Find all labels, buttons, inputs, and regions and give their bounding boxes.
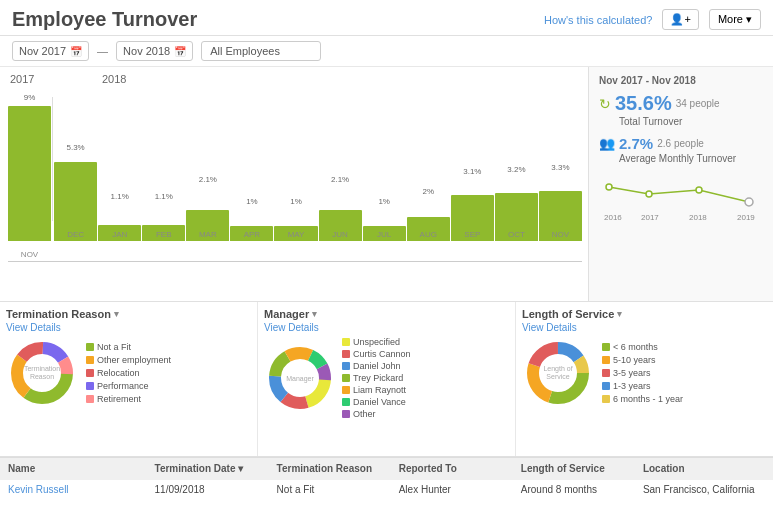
manager-view-details[interactable]: View Details bbox=[264, 322, 509, 333]
stats-panel: Nov 2017 - Nov 2018 ↻ 35.6% 34 people To… bbox=[588, 67, 773, 301]
termination-reason-content: TerminationReason Not a Fit Other employ… bbox=[6, 337, 251, 409]
refresh-icon: ↻ bbox=[599, 96, 611, 112]
charts-row: Termination Reason ▾ View Details Termin… bbox=[0, 302, 773, 457]
year-2017-label: 2017 bbox=[10, 73, 102, 85]
legend-curtis: Curtis Cannon bbox=[342, 349, 411, 359]
bar-label-jun: 2.1% bbox=[319, 175, 362, 184]
filters-bar: Nov 2017 📅 — Nov 2018 📅 All Employees bbox=[0, 36, 773, 67]
bar-col-nov-2018: 3.3% NOV bbox=[539, 97, 582, 241]
total-people: 34 people bbox=[676, 98, 720, 109]
col-header-name: Name bbox=[8, 463, 155, 474]
svg-point-3 bbox=[745, 198, 753, 206]
bar-label-jul: 1% bbox=[363, 197, 406, 206]
bar-month-may: MAY bbox=[288, 230, 305, 239]
date-range-separator: — bbox=[97, 45, 108, 57]
bar-col-jul: 1% JUL bbox=[363, 97, 406, 241]
page-title: Employee Turnover bbox=[12, 8, 197, 31]
trend-svg: 2016 2017 2018 2019 bbox=[599, 172, 759, 222]
svg-point-0 bbox=[606, 184, 612, 190]
table-header: Name Termination Date ▾ Termination Reas… bbox=[0, 457, 773, 479]
termination-reason-panel: Termination Reason ▾ View Details Termin… bbox=[0, 302, 258, 456]
more-button[interactable]: More ▾ bbox=[709, 9, 761, 30]
trend-chart: 2016 2017 2018 2019 bbox=[599, 172, 763, 225]
bar-col-may: 1% MAY bbox=[274, 97, 317, 241]
termination-reason-title: Termination Reason ▾ bbox=[6, 308, 251, 320]
cell-date: 11/09/2018 bbox=[155, 484, 277, 495]
bar-chart: 9% NOV 5.3% DEC 1.1% JAN 1.1% bbox=[8, 87, 582, 262]
legend-item-not-a-fit: Not a Fit bbox=[86, 342, 171, 352]
manager-title: Manager ▾ bbox=[264, 308, 509, 320]
manager-content: Manager Unspecified Curtis Cannon Daniel… bbox=[264, 337, 509, 419]
bar-label-nov-2018: 3.3% bbox=[539, 163, 582, 172]
bar-col-oct: 3.2% OCT bbox=[495, 97, 538, 241]
col-header-reported-to: Reported To bbox=[399, 463, 521, 474]
col-header-termination-date[interactable]: Termination Date ▾ bbox=[155, 463, 277, 474]
bar-label-mar: 2.1% bbox=[186, 175, 229, 184]
year-divider bbox=[52, 97, 53, 221]
length-of-service-donut-label: Length ofService bbox=[543, 365, 572, 382]
bar-month-jan: JAN bbox=[112, 230, 127, 239]
date-to-input[interactable]: Nov 2018 📅 bbox=[116, 41, 193, 61]
length-of-service-arrow-icon: ▾ bbox=[617, 309, 622, 319]
bar-chart-area: 2017 2018 9% NOV 5.3% DEC bbox=[0, 67, 588, 301]
legend-item-performance: Performance bbox=[86, 381, 171, 391]
manager-donut-label: Manager bbox=[286, 375, 314, 382]
termination-reason-donut-label: TerminationReason bbox=[24, 365, 60, 382]
svg-text:2018: 2018 bbox=[689, 213, 707, 222]
add-button[interactable]: 👤+ bbox=[662, 9, 698, 30]
legend-other: Other bbox=[342, 409, 411, 419]
bar-month-dec-2017: DEC bbox=[67, 230, 84, 239]
cell-reported-to: Alex Hunter bbox=[399, 484, 521, 495]
how-calculated-link[interactable]: How's this calculated? bbox=[544, 14, 653, 26]
legend-1-3y: 1-3 years bbox=[602, 381, 683, 391]
length-of-service-title: Length of Service ▾ bbox=[522, 308, 767, 320]
length-of-service-donut: Length ofService bbox=[522, 337, 594, 409]
svg-text:2016: 2016 bbox=[604, 213, 622, 222]
bar-col-mar: 2.1% MAR bbox=[186, 97, 229, 241]
person-add-icon: 👤+ bbox=[670, 13, 690, 25]
cell-name[interactable]: Kevin Russell bbox=[8, 484, 155, 495]
length-of-service-content: Length ofService < 6 months 5-10 years 3… bbox=[522, 337, 767, 409]
svg-text:2017: 2017 bbox=[641, 213, 659, 222]
col-header-location: Location bbox=[643, 463, 765, 474]
bar-label-sep: 3.1% bbox=[451, 167, 494, 176]
bar-col-nov-2017: 9% NOV bbox=[8, 97, 51, 241]
total-turnover-row: ↻ 35.6% 34 people bbox=[599, 92, 763, 115]
app-header: Employee Turnover How's this calculated?… bbox=[0, 0, 773, 36]
bar-month-oct: OCT bbox=[508, 230, 525, 239]
legend-liam: Liam Raynott bbox=[342, 385, 411, 395]
total-turnover-pct: 35.6% bbox=[615, 92, 672, 115]
bar-month-feb: FEB bbox=[156, 230, 172, 239]
termination-reason-view-details[interactable]: View Details bbox=[6, 322, 251, 333]
main-area: 2017 2018 9% NOV 5.3% DEC bbox=[0, 67, 773, 302]
bar-month-aug: AUG bbox=[420, 230, 437, 239]
stats-period: Nov 2017 - Nov 2018 bbox=[599, 75, 763, 86]
avg-monthly-people: 2.6 people bbox=[657, 138, 704, 149]
legend-item-relocation: Relocation bbox=[86, 368, 171, 378]
bar-col-sep: 3.1% SEP bbox=[451, 97, 494, 241]
bar-month-apr: APR bbox=[244, 230, 260, 239]
employee-filter[interactable]: All Employees bbox=[201, 41, 321, 61]
svg-point-2 bbox=[696, 187, 702, 193]
avg-monthly-row: 👥 2.7% 2.6 people bbox=[599, 135, 763, 152]
legend-trey: Trey Pickard bbox=[342, 373, 411, 383]
length-of-service-panel: Length of Service ▾ View Details Length … bbox=[516, 302, 773, 456]
bar-col-dec-2017: 5.3% DEC bbox=[54, 97, 97, 241]
bar-col-jun: 2.1% JUN bbox=[319, 97, 362, 241]
bar-label-aug: 2% bbox=[407, 187, 450, 196]
avg-monthly-pct: 2.7% bbox=[619, 135, 653, 152]
header-controls: How's this calculated? 👤+ More ▾ bbox=[544, 9, 761, 30]
bar-label-jan: 1.1% bbox=[98, 192, 141, 201]
date-from-input[interactable]: Nov 2017 📅 bbox=[12, 41, 89, 61]
legend-item-other-employment: Other employment bbox=[86, 355, 171, 365]
total-turnover-label: Total Turnover bbox=[619, 116, 763, 127]
bar-nov-2017 bbox=[8, 106, 51, 241]
col-header-los: Length of Service bbox=[521, 463, 643, 474]
year-labels: 2017 2018 bbox=[8, 73, 582, 85]
svg-point-1 bbox=[646, 191, 652, 197]
bar-month-nov-2018: NOV bbox=[552, 230, 569, 239]
bar-col-feb: 1.1% FEB bbox=[142, 97, 185, 241]
legend-6m-1y: 6 months - 1 year bbox=[602, 394, 683, 404]
manager-legend: Unspecified Curtis Cannon Daniel John Tr… bbox=[342, 337, 411, 419]
length-of-service-view-details[interactable]: View Details bbox=[522, 322, 767, 333]
